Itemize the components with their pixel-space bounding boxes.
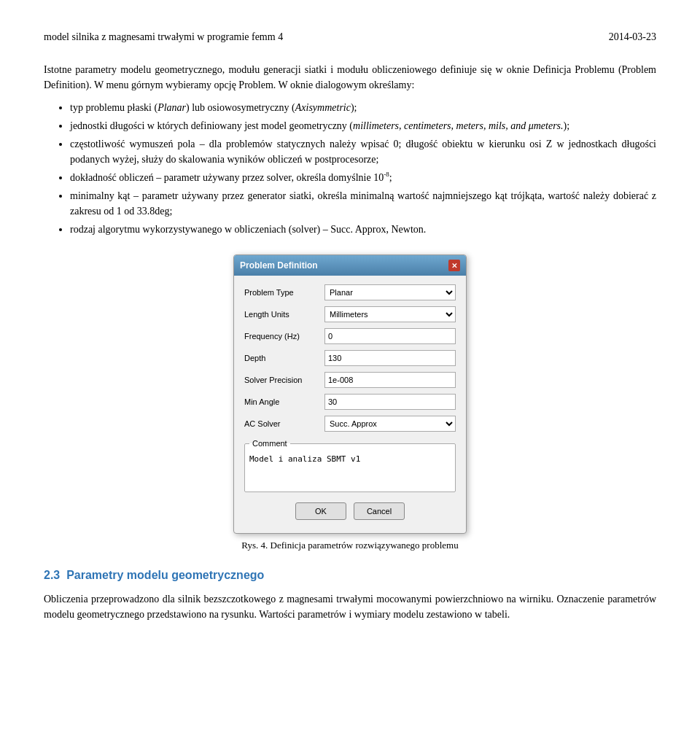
header-left: model silnika z magnesami trwałymi w pro… — [44, 29, 283, 44]
dialog-title: Problem Definition — [240, 259, 318, 272]
list-item: typ problemu płaski (Planar) lub osiowos… — [70, 100, 656, 115]
dialog-close-button[interactable]: ✕ — [448, 260, 460, 271]
dialog-row-solver-precision: Solver Precision — [244, 372, 456, 388]
dialog-row-problem-type: Problem Type Planar Axisymmetric — [244, 284, 456, 300]
bullet-list: typ problemu płaski (Planar) lub osiowos… — [70, 100, 656, 237]
label-depth: Depth — [244, 352, 324, 365]
label-min-angle: Min Angle — [244, 396, 324, 408]
label-frequency: Frequency (Hz) — [244, 330, 324, 343]
select-problem-type[interactable]: Planar Axisymmetric — [324, 284, 456, 300]
label-problem-type: Problem Type — [244, 287, 324, 299]
input-frequency[interactable] — [324, 328, 456, 344]
comment-legend: Comment — [249, 438, 290, 450]
label-solver-precision: Solver Precision — [244, 374, 324, 386]
ok-button[interactable]: OK — [295, 502, 346, 520]
section-title: Parametry modelu geometrycznego — [66, 569, 264, 581]
cancel-button[interactable]: Cancel — [354, 502, 405, 520]
list-item: rodzaj algorytmu wykorzystywanego w obli… — [70, 222, 656, 237]
comment-fieldset: Comment Model i analiza SBMT v1 — [244, 438, 456, 492]
dialog-wrapper: Problem Definition ✕ Problem Type Planar… — [44, 255, 656, 552]
label-ac-solver: AC Solver — [244, 418, 324, 430]
section-number: 2.3 — [44, 569, 60, 581]
dialog-row-frequency: Frequency (Hz) — [244, 328, 456, 344]
comment-textarea[interactable]: Model i analiza SBMT v1 — [249, 454, 451, 483]
dialog-row-ac-solver: AC Solver Succ. Approx Newton — [244, 416, 456, 432]
list-item: częstotliwość wymuszeń pola – dla proble… — [70, 136, 656, 167]
input-min-angle[interactable] — [324, 394, 456, 410]
problem-definition-dialog: Problem Definition ✕ Problem Type Planar… — [233, 255, 467, 534]
header-right: 2014-03-23 — [609, 29, 656, 44]
dialog-body: Problem Type Planar Axisymmetric Length … — [234, 276, 466, 533]
intro-paragraph: Istotne parametry modelu geometrycznego,… — [44, 62, 656, 93]
dialog-row-length-units: Length Units Millimeters Centimeters Met… — [244, 306, 456, 322]
dialog-row-depth: Depth — [244, 350, 456, 366]
label-length-units: Length Units — [244, 308, 324, 321]
list-item: minimalny kąt – parametr używany przez g… — [70, 188, 656, 219]
page-header: model silnika z magnesami trwałymi w pro… — [44, 29, 656, 44]
dialog-row-min-angle: Min Angle — [244, 394, 456, 410]
figure-caption: Rys. 4. Definicja parametrów rozwiązywan… — [241, 538, 458, 553]
input-solver-precision[interactable] — [324, 372, 456, 388]
input-depth[interactable] — [324, 350, 456, 366]
dialog-footer: OK Cancel — [244, 500, 456, 526]
section-heading: 2.3 Parametry modelu geometrycznego — [44, 567, 656, 584]
list-item: jednostki długości w których definiowany… — [70, 118, 656, 133]
section-paragraph: Obliczenia przeprowadzono dla silnik bez… — [44, 591, 656, 622]
list-item: dokładność obliczeń – parametr używany p… — [70, 170, 656, 185]
select-ac-solver[interactable]: Succ. Approx Newton — [324, 416, 456, 432]
dialog-title-bar: Problem Definition ✕ — [234, 255, 466, 276]
select-length-units[interactable]: Millimeters Centimeters Meters Mils Micr… — [324, 306, 456, 322]
